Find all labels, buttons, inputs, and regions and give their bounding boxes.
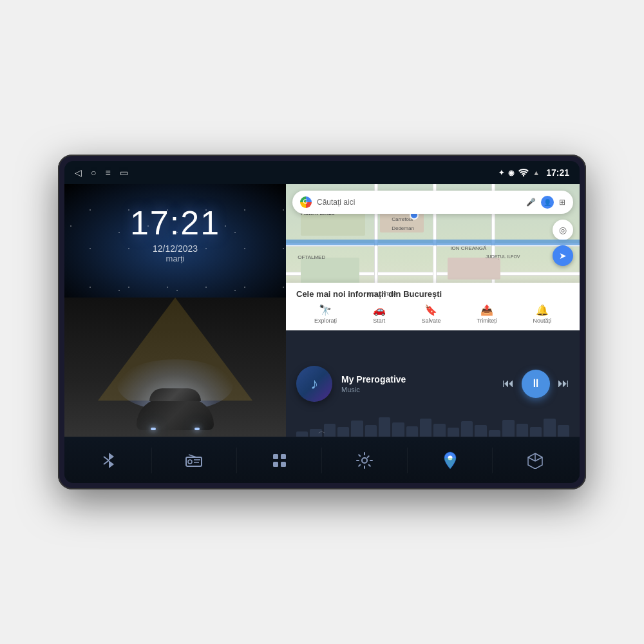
svg-point-4: [188, 460, 192, 464]
maps-pin-icon: [440, 450, 460, 471]
start-icon: 🚗: [373, 304, 386, 316]
waveform-bar-14: [475, 425, 486, 437]
map-tab-start[interactable]: 🚗 Start: [373, 304, 386, 324]
svg-point-12: [362, 458, 367, 463]
dock-divider-3: [321, 448, 322, 473]
map-search-text: Căutați aici: [317, 198, 521, 207]
radio-icon: [184, 450, 204, 471]
explore-label: Explorați: [314, 317, 337, 324]
dock-apps[interactable]: [259, 445, 300, 476]
waveform-bar-5: [351, 421, 363, 437]
status-bar-left: ◁ ○ ≡ ▭: [75, 167, 128, 178]
next-track-button[interactable]: ⏭: [558, 377, 569, 390]
bottom-dock: [64, 437, 580, 483]
explore-icon: 🔭: [319, 304, 332, 316]
share-label: Trimiteți: [477, 317, 497, 324]
map-navigate-button[interactable]: ➤: [553, 245, 573, 266]
account-icon[interactable]: 👤: [544, 199, 551, 206]
map-info-panel: Cele mai noi informații din București 🔭 …: [286, 283, 580, 330]
map-tab-news[interactable]: 🔔 Noutăți: [533, 304, 552, 324]
waveform-bar-10: [420, 419, 431, 437]
status-icons: ✦ ◉ ▲: [498, 169, 540, 177]
dock-divider-1: [151, 448, 152, 473]
map-tab-share[interactable]: 📤 Trimiteți: [477, 304, 497, 324]
map-info-title: Cele mai noi informații din București: [296, 289, 569, 299]
main-content: 17:21 12/12/2023 marți: [64, 184, 580, 437]
dock-settings[interactable]: [344, 445, 385, 476]
dock-bluetooth[interactable]: [88, 445, 129, 476]
music-player: ♪ My Prerogative Music ⏮ ⏸ ⏭: [286, 330, 580, 437]
car-lights: [151, 428, 200, 430]
bluetooth-status-icon: ✦: [498, 169, 504, 177]
dock-maps[interactable]: [430, 445, 471, 476]
music-info: My Prerogative Music: [341, 374, 493, 393]
screen: ◁ ○ ≡ ▭ ✦ ◉ ▲ 17:21: [64, 161, 580, 483]
svg-line-16: [535, 457, 542, 461]
home-button[interactable]: ○: [91, 167, 96, 178]
screenshot-button[interactable]: ▭: [120, 167, 128, 178]
waveform-bar-20: [558, 425, 569, 437]
battery-status-icon: ▲: [533, 169, 540, 176]
start-label: Start: [373, 317, 385, 324]
clock-time: 17:21: [130, 204, 220, 242]
svg-line-2: [104, 460, 109, 464]
grid-icon[interactable]: ⊞: [559, 198, 565, 207]
settings-gear-icon: [354, 450, 375, 471]
dock-3d[interactable]: [515, 445, 556, 476]
dock-divider-5: [492, 448, 493, 473]
apps-grid-icon: [269, 450, 290, 471]
news-label: Noutăți: [533, 317, 552, 324]
car-right-light: [194, 428, 200, 430]
share-icon: 📤: [480, 304, 493, 316]
svg-rect-10: [273, 462, 278, 467]
saved-icon: 🔖: [424, 304, 437, 316]
dock-radio[interactable]: [173, 445, 214, 476]
svg-rect-9: [281, 454, 286, 459]
cube-3d-icon: [525, 450, 545, 471]
map-search-icons: 🎤 👤 ⊞: [526, 196, 565, 209]
clock-date: 12/12/2023: [130, 243, 220, 254]
menu-button[interactable]: ≡: [105, 167, 110, 178]
music-controls: ⏮ ⏸ ⏭: [502, 370, 569, 398]
map-tab-saved[interactable]: 🔖 Salvate: [421, 304, 440, 324]
waveform-bar-17: [516, 424, 528, 437]
status-time: 17:21: [546, 167, 569, 178]
clock-day: marți: [130, 254, 220, 263]
prev-track-button[interactable]: ⏮: [502, 377, 514, 390]
lock-screen-panel: 17:21 12/12/2023 marți: [64, 184, 286, 437]
waveform-bar-12: [448, 428, 459, 437]
car-silhouette: [137, 398, 214, 430]
svg-rect-11: [281, 462, 286, 467]
svg-line-17: [528, 457, 535, 461]
waveform-bar-13: [461, 421, 473, 437]
waveform-bar-6: [365, 425, 377, 437]
dock-divider-4: [407, 448, 408, 473]
news-icon: 🔔: [536, 304, 549, 316]
map-tab-explore[interactable]: 🔭 Explorați: [314, 304, 337, 324]
location-status-icon: ◉: [508, 169, 515, 177]
music-waveform-background: [286, 411, 580, 437]
map-nav-tabs: 🔭 Explorați 🚗 Start 🔖 Salvate: [296, 304, 569, 324]
map-container[interactable]: Pattern Media Carrefour Dragonul Roșu De…: [286, 184, 580, 330]
svg-rect-8: [273, 454, 278, 459]
car-left-light: [151, 428, 156, 430]
waveform-bar-8: [392, 422, 404, 437]
status-bar-right: ✦ ◉ ▲ 17:21: [498, 167, 569, 178]
map-location-button[interactable]: ◎: [553, 220, 573, 240]
waveform-bar-11: [433, 424, 445, 437]
swipe-up-indicator[interactable]: ︿: [318, 426, 326, 437]
back-button[interactable]: ◁: [75, 167, 82, 178]
wifi-status-icon: [518, 169, 529, 176]
waveform-bar-9: [406, 426, 418, 437]
play-pause-button[interactable]: ⏸: [522, 370, 550, 398]
waveform-bar-1: [296, 431, 308, 437]
google-logo: [300, 196, 312, 208]
music-subtitle: Music: [341, 386, 493, 393]
tunnel-background: [64, 298, 286, 437]
device-frame: ◁ ○ ≡ ▭ ✦ ◉ ▲ 17:21: [58, 155, 586, 489]
saved-label: Salvate: [421, 317, 440, 324]
mic-icon[interactable]: 🎤: [526, 198, 536, 207]
dock-divider-2: [236, 448, 237, 473]
waveform-bar-18: [530, 427, 542, 437]
map-search-bar[interactable]: Căutați aici 🎤 👤 ⊞: [292, 191, 573, 214]
